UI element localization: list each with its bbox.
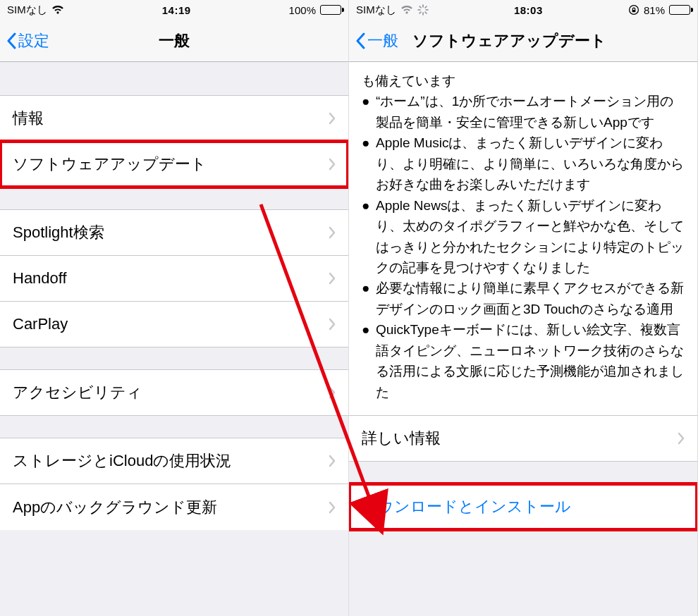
back-label: 設定 bbox=[18, 30, 49, 51]
nav-bar: 一般 ソフトウェアアップデート bbox=[349, 20, 697, 62]
battery-icon bbox=[669, 5, 690, 15]
release-notes-bullet: ● Apple Newsは、まったく新しいデザインに変わり、太めのタイポグラフィ… bbox=[362, 195, 685, 278]
battery-percent: 100% bbox=[289, 4, 316, 16]
row-accessibility[interactable]: アクセシビリティ bbox=[0, 369, 348, 416]
group-spacer bbox=[0, 187, 348, 210]
row-label: Appのバックグラウンド更新 bbox=[13, 497, 217, 518]
status-right: 81% bbox=[628, 4, 690, 16]
page-title: ソフトウェアアップデート bbox=[412, 30, 692, 51]
carrier-label: SIMなし bbox=[356, 4, 396, 17]
back-label: 一般 bbox=[367, 30, 398, 51]
group-spacer bbox=[0, 62, 348, 96]
back-button[interactable]: 設定 bbox=[6, 30, 49, 51]
battery-icon bbox=[320, 5, 341, 15]
phone-left-general: SIMなし 14:19 100% 設定 一般 情報 ソフトウェアアップデー bbox=[0, 0, 349, 616]
bullet-dot-icon: ● bbox=[362, 278, 376, 319]
status-left: SIMなし bbox=[7, 4, 64, 17]
bullet-text: QuickTypeキーボードには、新しい絵文字、複数言語タイピング、ニューロネッ… bbox=[376, 319, 685, 402]
rotation-lock-icon bbox=[628, 4, 639, 16]
chevron-right-icon bbox=[329, 501, 336, 514]
row-storage-icloud[interactable]: ストレージとiCloudの使用状況 bbox=[0, 438, 348, 484]
row-label: ソフトウェアアップデート bbox=[13, 154, 207, 175]
row-label: Spotlight検索 bbox=[13, 222, 104, 243]
svg-line-5 bbox=[425, 12, 427, 13]
chevron-right-icon bbox=[329, 158, 336, 171]
chevron-right-icon bbox=[329, 386, 336, 399]
chevron-right-icon bbox=[329, 112, 336, 125]
chevron-left-icon bbox=[355, 32, 366, 49]
bullet-text: 必要な情報により簡単に素早くアクセスができる新デザインのロック画面と3D Tou… bbox=[376, 278, 685, 319]
row-label: Handoff bbox=[13, 269, 67, 288]
svg-line-4 bbox=[420, 6, 421, 8]
nav-bar: 設定 一般 bbox=[0, 20, 348, 62]
bullet-text: Apple Newsは、まったく新しいデザインに変わり、太めのタイポグラフィーと… bbox=[376, 195, 685, 278]
status-left: SIMなし bbox=[356, 4, 429, 17]
row-label: ダウンロードとインストール bbox=[362, 496, 571, 517]
row-info[interactable]: 情報 bbox=[0, 95, 348, 142]
svg-rect-9 bbox=[632, 10, 636, 12]
row-label: ストレージとiCloudの使用状況 bbox=[13, 450, 231, 472]
status-time: 14:19 bbox=[162, 4, 191, 16]
bullet-dot-icon: ● bbox=[362, 91, 376, 133]
loading-spinner-icon bbox=[417, 4, 429, 16]
status-bar: SIMなし 18:03 81% bbox=[349, 0, 697, 20]
row-label: アクセシビリティ bbox=[13, 382, 142, 403]
row-label: CarPlay bbox=[13, 315, 68, 333]
row-more-info[interactable]: 詳しい情報 bbox=[349, 415, 697, 462]
release-notes-bullet: ● QuickTypeキーボードには、新しい絵文字、複数言語タイピング、ニューロ… bbox=[362, 319, 685, 402]
battery-percent: 81% bbox=[644, 4, 665, 16]
chevron-right-icon bbox=[329, 318, 336, 331]
chevron-right-icon bbox=[678, 432, 685, 445]
chevron-left-icon bbox=[6, 32, 17, 49]
bullet-dot-icon: ● bbox=[362, 195, 376, 278]
bullet-text: Apple Musicは、まったく新しいデザインに変わり、より明確に、より簡単に… bbox=[376, 133, 685, 195]
back-button[interactable]: 一般 bbox=[355, 30, 398, 51]
release-notes[interactable]: も備えています ● “ホーム”は、1か所でホームオートメーション用の製品を簡単・… bbox=[349, 62, 697, 416]
row-handoff[interactable]: Handoff bbox=[0, 255, 348, 302]
bullet-dot-icon: ● bbox=[362, 133, 376, 195]
row-software-update[interactable]: ソフトウェアアップデート bbox=[0, 141, 348, 187]
bullet-dot-icon: ● bbox=[362, 319, 376, 402]
group-spacer bbox=[0, 347, 348, 370]
status-time: 18:03 bbox=[514, 4, 543, 16]
svg-line-6 bbox=[420, 12, 421, 13]
row-label: 情報 bbox=[13, 108, 44, 129]
row-carplay[interactable]: CarPlay bbox=[0, 301, 348, 347]
release-notes-bullet: ● Apple Musicは、まったく新しいデザインに変わり、より明確に、より簡… bbox=[362, 133, 685, 195]
row-background-app-refresh[interactable]: Appのバックグラウンド更新 bbox=[0, 483, 348, 530]
chevron-right-icon bbox=[329, 226, 336, 239]
chevron-right-icon bbox=[329, 272, 336, 285]
group-spacer bbox=[349, 530, 697, 553]
svg-line-7 bbox=[425, 6, 427, 8]
row-label: 詳しい情報 bbox=[362, 428, 441, 449]
status-right: 100% bbox=[289, 4, 341, 16]
group-spacer bbox=[349, 462, 697, 484]
release-notes-line: も備えています bbox=[362, 70, 685, 91]
phone-right-software-update: SIMなし 18:03 81% bbox=[349, 0, 698, 616]
row-spotlight[interactable]: Spotlight検索 bbox=[0, 209, 348, 256]
row-download-and-install[interactable]: ダウンロードとインストール bbox=[349, 483, 697, 530]
status-bar: SIMなし 14:19 100% bbox=[0, 0, 348, 20]
bullet-text: “ホーム”は、1か所でホームオートメーション用の製品を簡単・安全に管理できる新し… bbox=[376, 91, 685, 133]
wifi-icon bbox=[400, 5, 413, 15]
page-title: 一般 bbox=[0, 30, 348, 51]
release-notes-bullet: ● 必要な情報により簡単に素早くアクセスができる新デザインのロック画面と3D T… bbox=[362, 278, 685, 319]
chevron-right-icon bbox=[329, 455, 336, 467]
wifi-icon bbox=[51, 5, 64, 15]
carrier-label: SIMなし bbox=[7, 4, 47, 17]
release-notes-bullet: ● “ホーム”は、1か所でホームオートメーション用の製品を簡単・安全に管理できる… bbox=[362, 91, 685, 133]
group-spacer bbox=[0, 416, 348, 438]
